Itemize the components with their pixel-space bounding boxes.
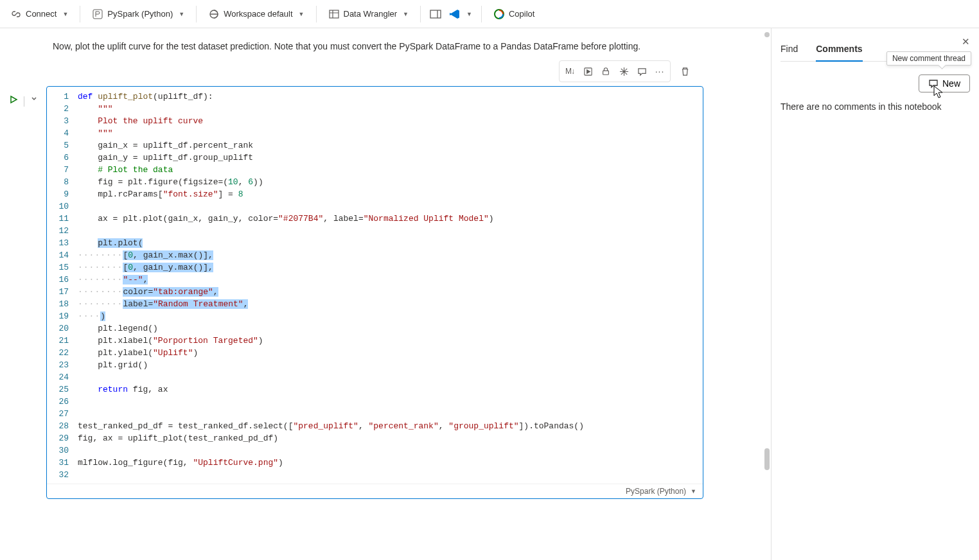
line-numbers: 1234567891011121314151617181920212223242… [47, 91, 78, 481]
comment-icon [928, 78, 939, 89]
run-below-button[interactable] [579, 62, 597, 80]
chevron-down-icon: ▼ [299, 11, 304, 17]
pyspark-icon [92, 8, 103, 20]
comments-panel: ✕ New comment thread Find Comments New T… [771, 28, 979, 560]
connect-label: Connect [26, 9, 57, 19]
convert-markdown-button[interactable]: M↓ [561, 62, 579, 80]
markdown-cell: Now, plot the uplift curve for the test … [0, 41, 694, 58]
separator [196, 6, 197, 22]
separator [80, 6, 80, 22]
vscode-button[interactable]: ▼ [446, 5, 475, 23]
run-cell-button[interactable] [9, 95, 18, 106]
vscode-icon [449, 8, 461, 20]
comment-button[interactable] [633, 62, 651, 80]
scrollbar-thumb[interactable] [764, 448, 770, 470]
new-button-label: New [942, 78, 960, 89]
close-panel-button[interactable]: ✕ [962, 36, 970, 48]
chevron-down-icon: ▼ [691, 488, 696, 494]
svg-rect-2 [330, 10, 339, 18]
wrangler-label: Data Wrangler [344, 9, 398, 19]
separator [316, 6, 317, 22]
link-icon [10, 8, 22, 20]
tab-comments[interactable]: Comments [816, 40, 862, 62]
expand-button[interactable] [30, 95, 38, 105]
top-toolbar: Connect ▼ PySpark (Python) ▼ Workspace d… [0, 0, 979, 28]
cell-footer: PySpark (Python) ▼ [47, 484, 703, 498]
markdown-text: Now, plot the uplift curve for the test … [53, 41, 640, 51]
lock-button[interactable] [597, 62, 615, 80]
chevron-down-icon: ▼ [62, 11, 68, 17]
code-editor[interactable]: def uplift_plot(uplift_df): """ Plot the… [78, 91, 703, 481]
separator [420, 6, 421, 22]
workspace-label: Workspace default [224, 9, 292, 19]
layout-icon [430, 8, 441, 20]
svg-rect-6 [603, 71, 609, 74]
cell-toolbar: M↓ ··· [0, 60, 694, 82]
code-cell[interactable]: 1234567891011121314151617181920212223242… [46, 86, 703, 499]
cell-gutter [0, 86, 46, 499]
copilot-button[interactable]: Copilot [488, 5, 540, 23]
workspace-icon [208, 8, 220, 20]
kernel-label: PySpark (Python) [107, 9, 173, 19]
chevron-down-icon: ▼ [466, 11, 472, 17]
chevron-down-icon: ▼ [403, 11, 409, 17]
separator [481, 6, 482, 22]
connect-button[interactable]: Connect ▼ [5, 5, 73, 23]
new-comment-button[interactable]: New [919, 74, 970, 92]
tooltip: New comment thread [886, 51, 971, 66]
chevron-down-icon: ▼ [179, 11, 184, 17]
more-button[interactable]: ··· [651, 62, 669, 80]
svg-rect-3 [430, 10, 441, 18]
layout-button[interactable] [427, 5, 444, 23]
separator [24, 96, 24, 107]
copilot-label: Copilot [509, 9, 534, 19]
empty-comments-message: There are no comments in this notebook [781, 92, 970, 112]
delete-cell-button[interactable] [676, 62, 694, 80]
freeze-button[interactable] [615, 62, 633, 80]
wrangler-icon [328, 8, 340, 20]
data-wrangler-button[interactable]: Data Wrangler ▼ [323, 5, 414, 23]
workspace-selector[interactable]: Workspace default ▼ [203, 5, 309, 23]
notebook-area: Now, plot the uplift curve for the test … [0, 28, 771, 560]
copilot-icon [493, 8, 505, 20]
cell-language[interactable]: PySpark (Python) [626, 487, 686, 496]
kernel-selector[interactable]: PySpark (Python) ▼ [87, 5, 190, 23]
tab-find[interactable]: Find [781, 40, 798, 61]
scrollbar-thumb[interactable] [764, 32, 770, 37]
